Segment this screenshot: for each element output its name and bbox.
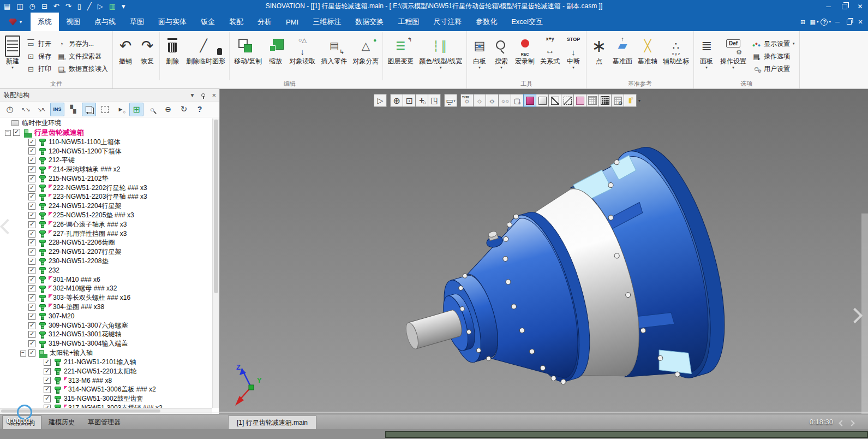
ribbon-button[interactable]: 撤销 ▾ bbox=[115, 32, 136, 80]
tree-checkbox[interactable] bbox=[28, 221, 35, 228]
orbit-button[interactable]: ▾ bbox=[415, 94, 428, 107]
panel-close-icon[interactable]: × bbox=[212, 91, 216, 99]
tree-checkbox[interactable] bbox=[28, 147, 35, 155]
menu-tab[interactable]: 面与实体 bbox=[151, 13, 194, 31]
tree-row[interactable]: 315-NGW51-3002鼓型齿套 bbox=[0, 394, 219, 404]
history-clock-icon[interactable]: ◷ bbox=[29, 3, 35, 10]
tree-row[interactable]: 309-NGW51-3007六角螺塞 bbox=[0, 321, 219, 330]
history-clock-button[interactable] bbox=[3, 103, 17, 116]
tree-checkbox[interactable] bbox=[28, 212, 35, 219]
undo-icon[interactable]: ↶ bbox=[53, 3, 59, 10]
tree-checkbox[interactable] bbox=[28, 258, 35, 265]
close-button-small[interactable]: ✕▾ bbox=[855, 16, 865, 27]
tree-row[interactable]: 太阳轮+输入轴 bbox=[0, 348, 219, 358]
tree-row[interactable]: 319-NGW51-3004输入端盖 bbox=[0, 339, 219, 348]
ribbon-button[interactable]: 缩放 ▾ bbox=[265, 32, 286, 80]
ribbon-button[interactable]: 搜索 ▾ bbox=[490, 32, 512, 80]
tree-row[interactable]: 行星齿轮减速箱 bbox=[0, 128, 219, 138]
tree-row[interactable]: 313-M6 ### x8 bbox=[0, 376, 219, 385]
zoom-all-button[interactable]: ▾ bbox=[390, 94, 403, 107]
tree-checkbox[interactable] bbox=[44, 395, 51, 402]
tree-row[interactable]: 232 bbox=[0, 266, 219, 275]
zoom-window-button[interactable]: ▾ bbox=[403, 94, 416, 107]
step-back-icon[interactable] bbox=[839, 420, 845, 426]
print-icon[interactable]: ⊟ bbox=[41, 3, 47, 10]
menu-tab[interactable]: 工程图 bbox=[391, 13, 426, 31]
menu-tab[interactable]: PMI bbox=[279, 13, 306, 31]
menu-tab[interactable]: 草图 bbox=[123, 13, 151, 31]
lamp-button[interactable]: ▾ bbox=[624, 94, 637, 107]
tree-row[interactable]: 229-NGW51-2207行星架 bbox=[0, 247, 219, 257]
hidden-line-mode-button[interactable]: ▾ bbox=[561, 94, 574, 107]
light-off-button[interactable]: ▾ bbox=[486, 94, 499, 107]
tree-row[interactable]: 304-垫圈 ### x38 bbox=[0, 302, 219, 312]
zoom-in-button[interactable] bbox=[145, 103, 159, 116]
ribbon-button[interactable]: 白板 ▾ bbox=[469, 32, 490, 80]
tree-checkbox[interactable] bbox=[28, 139, 35, 146]
tree-checkbox[interactable] bbox=[28, 239, 35, 246]
tree-checkbox[interactable] bbox=[28, 349, 35, 357]
tree-row[interactable]: 227-孔用弹性挡圈 ### x3 bbox=[0, 229, 219, 239]
tree-row[interactable]: 215-NGW51-2102垫 bbox=[0, 174, 219, 183]
tree-checkbox[interactable] bbox=[28, 157, 35, 164]
pick-search-button[interactable] bbox=[113, 103, 128, 116]
all-lights-button[interactable]: ▾ bbox=[498, 94, 511, 107]
menu-tab[interactable]: 视图 bbox=[59, 13, 87, 31]
new-document-icon[interactable]: ▤ bbox=[4, 3, 10, 10]
tree-checkbox[interactable] bbox=[44, 359, 51, 366]
ribbon-small-button[interactable]: 显示设置 ▾ bbox=[752, 39, 795, 49]
ribbon-button[interactable]: 移动/复制 ▾ bbox=[229, 32, 265, 80]
ribbon-button[interactable]: 操作设置 ▾ bbox=[717, 32, 749, 80]
tree-row[interactable]: 212-平键 bbox=[0, 156, 219, 165]
customize-toolbar-icon[interactable]: ▾ bbox=[122, 3, 125, 10]
tree-checkbox[interactable] bbox=[28, 304, 35, 311]
menu-tab[interactable]: 系统 bbox=[31, 13, 59, 31]
tree-checkbox[interactable] bbox=[28, 175, 35, 182]
tree-checkbox[interactable] bbox=[28, 193, 35, 200]
play-icon[interactable]: ▷ bbox=[98, 3, 103, 10]
panel-tab[interactable]: 草图管理器 bbox=[82, 416, 127, 430]
tree-row[interactable]: 230-NGW51-2208垫 bbox=[0, 257, 219, 266]
ribbon-button[interactable]: 删除 ▾ bbox=[159, 32, 183, 80]
minimize-button[interactable]: ─ bbox=[821, 0, 836, 13]
panel-tab[interactable]: 建模历史 bbox=[43, 416, 81, 430]
object-light-button[interactable]: ▾ bbox=[511, 94, 524, 107]
ribbon-small-button[interactable]: 操作选项 ▾ bbox=[752, 52, 795, 61]
tree-checkbox[interactable] bbox=[28, 340, 35, 347]
bolt-grid-button[interactable] bbox=[129, 103, 143, 116]
minimize-button-small[interactable]: ─▾ bbox=[833, 16, 842, 27]
ribbon-button[interactable]: 面板 ▾ bbox=[696, 32, 717, 80]
tree-row[interactable]: 222-NGW51-2202行星轮 ### x3 bbox=[0, 183, 219, 193]
tree-row[interactable]: 312-NGW51-3001花键轴 bbox=[0, 330, 219, 340]
tree-row[interactable]: 221-NGW51-2201太阳轮 bbox=[0, 367, 219, 376]
tree-row[interactable]: 302-M10螺母 ### x32 bbox=[0, 284, 219, 294]
menu-tab[interactable]: 数据交换 bbox=[348, 13, 391, 31]
ribbon-button[interactable]: 插入零件 ▾ bbox=[318, 32, 350, 80]
blocks-button[interactable] bbox=[66, 103, 80, 116]
ribbon-button[interactable]: 基准轴 ▾ bbox=[635, 32, 660, 80]
ribbon-button[interactable]: 删除临时图形 ▾ bbox=[183, 32, 228, 80]
ribbon-button[interactable]: 对象分离 ▾ bbox=[350, 32, 381, 80]
ribbon-button[interactable]: 中断 ▾ bbox=[562, 32, 584, 80]
tree-row[interactable]: 211-NGW51-2101输入轴 bbox=[0, 358, 219, 367]
delete-icon[interactable]: ▯ bbox=[77, 3, 81, 10]
document-tab[interactable]: [1] 行星齿轮减速箱.main bbox=[228, 416, 316, 430]
tree-row[interactable]: 223-NGW51-2203行星轴 ### x3 bbox=[0, 193, 219, 202]
tree-row[interactable]: 214-深沟球轴承 ### x2 bbox=[0, 165, 219, 174]
tree-row[interactable]: 314-NGW51-3006盖板 ### x2 bbox=[0, 385, 219, 394]
ribbon-button[interactable]: 颜色/线型/线宽 ▾ bbox=[416, 32, 465, 80]
ribbon-button[interactable]: 辅助坐标 ▾ bbox=[660, 32, 692, 80]
ribbon-small-button[interactable]: 打开 ▾ bbox=[26, 39, 51, 49]
ribbon-button[interactable]: 对象读取 ▾ bbox=[286, 32, 318, 80]
tree-row[interactable]: 224-NGW51-2204行星架 bbox=[0, 201, 219, 211]
redo-icon[interactable]: ↷ bbox=[65, 3, 71, 10]
grid-light-button[interactable]: ▾ bbox=[586, 94, 599, 107]
tree-row[interactable]: 120-NGW51-1200下箱体 bbox=[0, 147, 219, 156]
tree-row[interactable]: 226-调心滚子轴承 ### x3 bbox=[0, 220, 219, 229]
ribbon-button[interactable]: 宏录制 ▾ bbox=[512, 32, 537, 80]
tree-checkbox[interactable] bbox=[28, 230, 35, 238]
menu-tab[interactable]: 参数化 bbox=[469, 13, 504, 31]
tree-checkbox[interactable] bbox=[44, 368, 51, 375]
tree-checkbox[interactable] bbox=[28, 166, 35, 173]
columns-icon[interactable]: ▥ bbox=[109, 3, 116, 10]
